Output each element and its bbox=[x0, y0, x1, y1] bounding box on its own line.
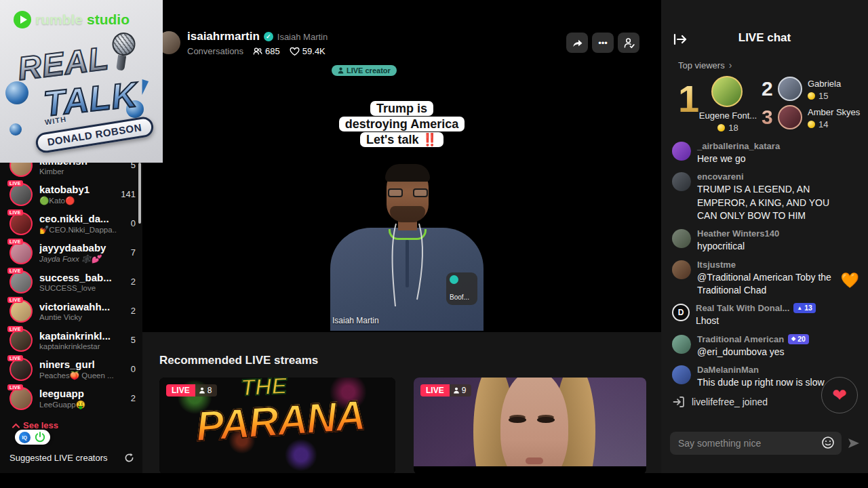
share-icon bbox=[572, 38, 583, 48]
creator-subtitle: kaptainkrinklestar bbox=[39, 342, 117, 350]
chat-input[interactable] bbox=[678, 438, 821, 449]
host-username[interactable]: isaiahrmartin bbox=[187, 30, 260, 43]
message-username[interactable]: _airballerina_katara bbox=[697, 141, 780, 151]
join-notice-text: livelifefree_ joined bbox=[692, 396, 768, 407]
live-creator-label: LIVE creator bbox=[347, 66, 391, 75]
rumble-logo-icon bbox=[14, 11, 31, 28]
live-badge: LIVE bbox=[7, 239, 23, 245]
like-heart-button[interactable]: ❤ bbox=[821, 377, 858, 413]
avatar: LIVE bbox=[9, 270, 33, 293]
recommended-section: Recommended LIVE streams THE PARANA LIVE… bbox=[142, 332, 661, 474]
rank-2-avatar[interactable] bbox=[778, 77, 802, 101]
heart-icon: ❤ bbox=[832, 385, 847, 405]
rank-2-name: Gabriela bbox=[808, 79, 841, 89]
creator-subtitle: 🟢Kato🔴 bbox=[39, 196, 117, 205]
chat-message[interactable]: Heather Winters140hypocritical bbox=[672, 228, 861, 253]
refresh-icon[interactable] bbox=[124, 453, 134, 463]
chevron-right-icon: › bbox=[729, 60, 732, 70]
live-badge: LIVE bbox=[7, 384, 23, 390]
see-less-label: See less bbox=[23, 420, 58, 430]
message-username[interactable]: Heather Winters140 bbox=[697, 228, 779, 239]
thumbnail-art-text: PARANA bbox=[163, 388, 395, 453]
top-viewers-link[interactable]: Top viewers › bbox=[678, 60, 732, 70]
power-toggle-icon[interactable] bbox=[34, 431, 46, 443]
likes-count: 59.4K bbox=[302, 46, 326, 56]
follow-status-button[interactable] bbox=[618, 33, 639, 53]
double-exclamation-mark: ‼️ bbox=[422, 133, 437, 146]
viewer-count: 2 bbox=[121, 393, 136, 403]
message-username[interactable]: encovareni bbox=[697, 171, 845, 182]
rank-3-coins: 14 bbox=[808, 119, 828, 129]
message-username[interactable]: DaMelaninMan bbox=[697, 365, 825, 375]
stream-header: isaiahrmartin ✓ Isaiah Martin Conversati… bbox=[142, 27, 661, 62]
emoji-picker-button[interactable] bbox=[821, 436, 836, 451]
message-text: This dude up right now is slow bbox=[697, 376, 825, 389]
viewer-count: 2 bbox=[121, 306, 136, 316]
rank-1-avatar[interactable] bbox=[711, 76, 743, 107]
chat-message[interactable]: Traditional American ◆20 @eri_doumbova y… bbox=[672, 334, 861, 359]
message-username[interactable]: Real Talk With Donal... bbox=[696, 303, 789, 313]
sidebar-item-jayyydaababy[interactable]: LIVE jayyydaababyJayda Foxx 🕸️💕 7 bbox=[0, 238, 142, 267]
guest-name: Boof... bbox=[450, 293, 474, 301]
sidebar-item-niners-gurl[interactable]: LIVE niners_gurlPeaches🍑 Queen ... 0 bbox=[0, 354, 142, 384]
live-badge: LIVE bbox=[7, 355, 23, 361]
message-username[interactable]: Itsjustme bbox=[697, 260, 845, 270]
avatar: LIVE bbox=[9, 358, 33, 381]
avatar bbox=[672, 172, 691, 191]
rank-3-name: Amber Skyes bbox=[808, 107, 860, 117]
sidebar-item-ceo-nikki[interactable]: LIVE ceo.nikki_da...💅CEO.Nikki_Dappa... … bbox=[0, 209, 142, 238]
message-text: Lhost bbox=[696, 314, 816, 327]
caption-line-1: Trump is bbox=[370, 101, 433, 116]
viewer-count-badge: 8 bbox=[195, 384, 218, 396]
message-text: hypocritical bbox=[697, 240, 779, 253]
chat-message[interactable]: _airballerina_kataraHere we go bbox=[672, 141, 861, 165]
sidebar-item-victoriawahh[interactable]: LIVE victoriawahh...Auntie Vicky 2 bbox=[0, 296, 142, 325]
share-button[interactable] bbox=[566, 33, 588, 53]
sidebar-item-leeguapp[interactable]: LIVE leeguappLeeGuapp🤑 2 bbox=[0, 384, 142, 413]
podcast-artwork-overlay: REAL TALK WITH DONALD ROBSON rumble stud… bbox=[0, 0, 163, 163]
sidebar-item-katobaby1[interactable]: LIVE katobaby1🟢Kato🔴 141 bbox=[0, 180, 142, 209]
person-check-icon bbox=[623, 37, 635, 49]
studio-wordmark: studio bbox=[87, 12, 130, 28]
chat-message[interactable]: D Real Talk With Donal... ▲13 Lhost bbox=[672, 303, 861, 327]
suggested-creators-header: Suggested LIVE creators bbox=[9, 453, 134, 463]
rank-3-number: 3 bbox=[762, 107, 773, 127]
recommended-title: Recommended LIVE streams bbox=[159, 354, 318, 367]
creator-username: katobaby1 bbox=[39, 184, 117, 195]
creator-username: jayyydaababy bbox=[39, 242, 117, 253]
sidebar-item-success-bab[interactable]: LIVE success_bab...SUCCESS_love 2 bbox=[0, 267, 142, 296]
sidebar-scrollbar[interactable] bbox=[138, 163, 141, 224]
chat-message-list: _airballerina_kataraHere we go encovaren… bbox=[672, 141, 861, 409]
browser-extension-widget[interactable]: IQ bbox=[15, 430, 50, 445]
message-username[interactable]: Traditional American bbox=[697, 334, 784, 344]
coin-icon bbox=[808, 121, 815, 128]
viewer-count: 7 bbox=[121, 247, 136, 258]
rank-3-avatar[interactable] bbox=[778, 105, 802, 129]
live-chat-panel: LIVE chat Top viewers › 1 Eugene Font...… bbox=[661, 0, 868, 474]
coin-icon bbox=[717, 124, 725, 131]
avatar bbox=[672, 229, 691, 248]
rank-1-name: Eugene Font... bbox=[686, 110, 770, 121]
avatar bbox=[672, 260, 691, 279]
smiley-icon bbox=[821, 436, 835, 449]
stream-category[interactable]: Conversations bbox=[187, 46, 243, 56]
chat-input-bar[interactable] bbox=[670, 432, 842, 455]
recommended-stream-2[interactable]: LIVE 9 bbox=[414, 378, 646, 474]
sidebar-item-kaptainkrinkl[interactable]: LIVE kaptainkrinkl...kaptainkrinklestar … bbox=[0, 325, 142, 354]
message-text: @Traditional American Toby the Tradition… bbox=[697, 271, 845, 298]
suggested-creators-label: Suggested LIVE creators bbox=[9, 453, 108, 463]
send-message-button[interactable] bbox=[847, 436, 862, 451]
more-options-button[interactable]: ••• bbox=[592, 33, 614, 53]
rank-2-number: 2 bbox=[762, 79, 773, 99]
guest-avatar-icon bbox=[450, 275, 458, 284]
see-less-button[interactable]: See less bbox=[12, 420, 58, 430]
stream-main-area: isaiahrmartin ✓ Isaiah Martin Conversati… bbox=[142, 0, 661, 474]
send-plane-icon bbox=[847, 436, 861, 450]
chat-message[interactable]: Itsjustme@Traditional American Toby the … bbox=[672, 260, 861, 298]
recommended-stream-1[interactable]: THE PARANA LIVE 8 bbox=[159, 378, 395, 474]
live-creators-list: LIVE kimberishKimber 5 LIVE katobaby1🟢Ka… bbox=[0, 150, 142, 413]
rank-1-coins: 18 bbox=[686, 123, 770, 133]
guest-request-tile[interactable]: Boof... bbox=[446, 272, 477, 305]
iq-extension-icon[interactable]: IQ bbox=[19, 432, 31, 443]
chat-message[interactable]: encovareniTRUMP IS A LEGEND, AN EMPEROR,… bbox=[672, 171, 861, 222]
